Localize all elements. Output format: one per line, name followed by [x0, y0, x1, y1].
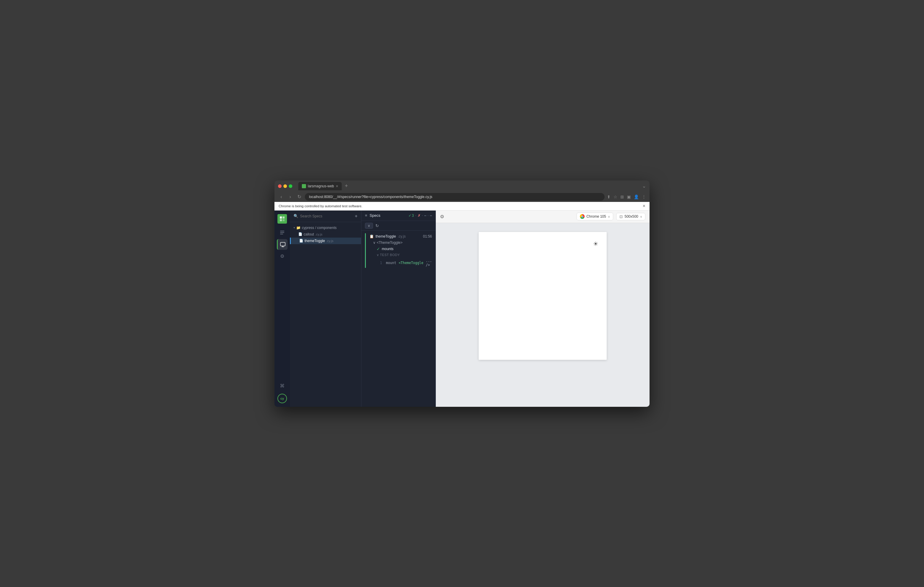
cypress-logo-icon — [279, 216, 285, 222]
pass-count: ✓ 3 — [408, 214, 414, 218]
test-content: 📋 themeToggle .cy.js 01:56 ∨ <ThemeToggl… — [366, 233, 436, 268]
url-bar-row: ‹ › ↻ ⬆ ☆ ⊞ ▣ 👤 ⋮ — [274, 192, 650, 202]
test-duration: 01:56 — [423, 234, 432, 238]
preview-settings-icon[interactable]: ⚙ — [440, 214, 444, 219]
url-bar-icons: ⬆ ☆ ⊞ ▣ 👤 ⋮ — [607, 194, 646, 199]
file-tree: ▾ 📁 cypress / components 📄 callout.cy.js… — [290, 222, 361, 407]
fail-count: ✗ — [417, 214, 421, 218]
back-button[interactable]: ‹ — [278, 194, 285, 199]
svg-rect-6 — [280, 234, 283, 234]
folder-icon: 📁 — [296, 226, 301, 230]
test-filename-ext: .cy.js — [398, 234, 406, 238]
browser-window: larsmagnus-web × + ⌄ ‹ › ↻ ⬆ ☆ ⊞ ▣ 👤 ⋮ C… — [274, 181, 650, 407]
specs-list-icon — [279, 230, 285, 235]
component-preview-frame: ☀ — [478, 232, 607, 360]
test-case-mounts[interactable]: ✓ mounts — [366, 246, 436, 252]
bookmark-icon[interactable]: ☆ — [614, 194, 617, 199]
cypress-badge[interactable]: cy — [277, 394, 287, 403]
tab-favicon — [302, 184, 306, 188]
maximize-button[interactable] — [289, 184, 292, 188]
file-item-themetoggle[interactable]: 📄 themeToggle.cy.js — [290, 238, 361, 244]
sidebar-item-settings[interactable]: ⚙ — [277, 251, 287, 262]
folder-chevron-icon: ▾ — [294, 226, 295, 229]
stat-divider: · — [415, 213, 416, 218]
stat-extra: – — [430, 214, 432, 218]
svg-rect-1 — [282, 217, 285, 219]
add-spec-button[interactable]: + — [355, 214, 358, 219]
chrome-icon — [580, 214, 585, 219]
test-code-line-1[interactable]: 1 mount <ThemeToggle ... /> — [366, 258, 436, 268]
share-icon[interactable]: ⬆ — [607, 194, 610, 199]
test-file-icon: 📋 — [370, 234, 374, 238]
tab-bar: larsmagnus-web × + — [298, 182, 640, 190]
filename-themetoggle: themeToggle — [305, 239, 325, 243]
window-menu-button[interactable]: ⌄ — [642, 183, 646, 189]
svg-rect-4 — [280, 231, 284, 231]
minimize-button[interactable] — [284, 184, 287, 188]
test-case-label: mounts — [382, 247, 394, 251]
chrome-inner-circle — [581, 215, 583, 217]
settings-icon: ⚙ — [280, 253, 284, 259]
tab-label: larsmagnus-web — [308, 184, 334, 188]
pending-count: – — [424, 214, 426, 218]
forward-button[interactable]: › — [287, 194, 294, 199]
active-tab[interactable]: larsmagnus-web × — [298, 182, 342, 190]
fail-icon: ✗ — [417, 214, 421, 218]
specs-search-bar: 🔍 + — [290, 210, 361, 222]
refresh-tests-button[interactable]: ↻ — [375, 223, 379, 228]
test-pass-icon: ✓ — [376, 247, 380, 251]
tab-close-button[interactable]: × — [336, 184, 338, 188]
spec-panel-icon: ≡ — [365, 213, 367, 218]
sidebar-logo[interactable] — [277, 214, 287, 224]
sidebar-bottom: ⌘ cy — [277, 381, 287, 403]
viewport-icon: ⊡ — [619, 214, 623, 219]
refresh-button[interactable]: ↻ — [296, 194, 302, 199]
test-results: 📋 themeToggle .cy.js 01:56 ∨ <ThemeToggl… — [361, 231, 436, 407]
keyboard-icon: ⌘ — [280, 383, 285, 389]
sidebar-item-specs[interactable] — [277, 227, 287, 238]
svg-rect-7 — [280, 242, 285, 246]
viewport-selector-dropdown[interactable]: ⊡ 500x500 ∨ — [616, 213, 645, 220]
svg-rect-3 — [282, 219, 285, 221]
sidebar-item-runner[interactable] — [277, 239, 287, 250]
pass-icon: ✓ — [408, 214, 411, 218]
browser-dropdown-arrow: ∨ — [608, 215, 610, 218]
search-icon: 🔍 — [294, 214, 298, 218]
sun-icon[interactable]: ☀ — [593, 240, 598, 247]
traffic-lights — [278, 184, 292, 188]
browser-selector-dropdown[interactable]: Chrome 105 ∨ — [577, 213, 613, 220]
menu-icon[interactable]: ⋮ — [642, 194, 646, 199]
test-group-with-bar: 📋 themeToggle .cy.js 01:56 ∨ <ThemeToggl… — [361, 233, 436, 268]
folder-cypress-components[interactable]: ▾ 📁 cypress / components — [290, 225, 361, 231]
stats-row: ✓ 3 · ✗ · – · – — [408, 213, 432, 218]
search-input[interactable] — [300, 214, 353, 218]
info-bar-close-button[interactable]: × — [643, 203, 645, 209]
sidebar-item-keyboard-shortcuts[interactable]: ⌘ — [277, 381, 287, 391]
stat-divider2: · — [422, 213, 423, 218]
suite-chevron-icon: ∨ — [373, 240, 376, 245]
test-body-header: ∨ TEST BODY — [366, 252, 436, 258]
extensions-icon[interactable]: ⊞ — [620, 194, 624, 199]
profile-icon[interactable]: 👤 — [634, 194, 639, 199]
filename-callout: callout — [304, 232, 314, 237]
test-file-item[interactable]: 📋 themeToggle .cy.js 01:56 — [366, 233, 436, 240]
filename-ext-callout: .cy.js — [315, 233, 322, 236]
svg-rect-2 — [280, 219, 282, 221]
close-button[interactable] — [278, 184, 282, 188]
component-suffix: ... /> — [426, 259, 432, 267]
info-bar: Chrome is being controlled by automated … — [274, 202, 650, 210]
runner-icon — [280, 242, 285, 247]
test-runner-panel: ≡ Specs ✓ 3 · ✗ · – · – — [361, 210, 436, 407]
info-bar-message: Chrome is being controlled by automated … — [279, 204, 362, 208]
file-item-callout[interactable]: 📄 callout.cy.js — [290, 231, 361, 238]
filename-ext-themetoggle: .cy.js — [326, 239, 333, 243]
dropdown-control-button[interactable]: ∨ — [365, 223, 373, 229]
viewport-dropdown-arrow: ∨ — [640, 215, 642, 218]
new-tab-button[interactable]: + — [343, 183, 350, 189]
url-input[interactable] — [305, 193, 605, 201]
test-suite[interactable]: ∨ <ThemeToggle> — [366, 240, 436, 246]
preview-content: ☀ — [436, 223, 650, 407]
title-bar: larsmagnus-web × + ⌄ — [274, 181, 650, 192]
split-view-icon[interactable]: ▣ — [627, 194, 631, 199]
folder-label: cypress / components — [302, 226, 337, 230]
